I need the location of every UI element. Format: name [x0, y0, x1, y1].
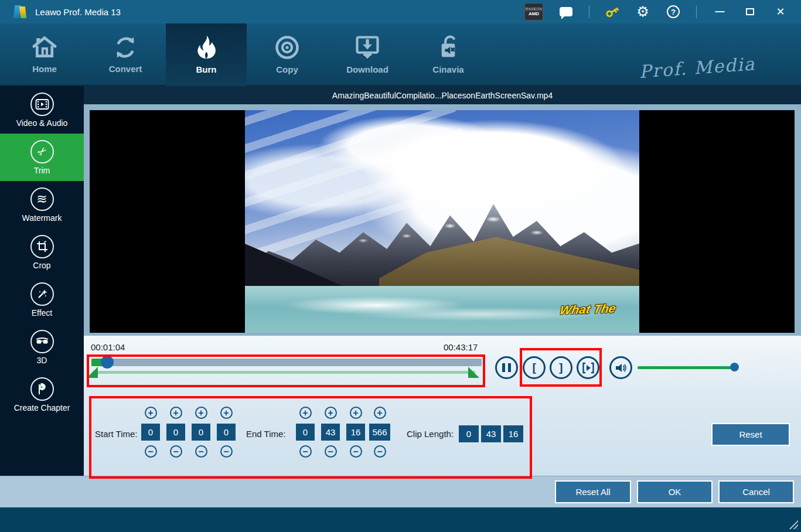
titlebar-divider [696, 5, 697, 18]
app-window: Leawo Prof. Media 13 RADEON AMD ⚙ ? — [0, 0, 801, 532]
pause-icon [502, 363, 511, 372]
start-hours-spinner: + 0 − [139, 407, 162, 458]
video-preview: What The [245, 110, 639, 333]
tab-cinavia[interactable]: Cinavia [408, 23, 489, 86]
3d-glasses-icon [30, 330, 54, 353]
tab-download[interactable]: Download [327, 23, 408, 86]
minimize-button[interactable]: — [712, 4, 727, 19]
resize-grip[interactable] [788, 519, 798, 529]
bracket-close-icon: ] [557, 361, 564, 375]
sidebar-item-create-chapter[interactable]: Create Chapter [0, 371, 84, 418]
home-icon [32, 36, 57, 59]
start-seconds-value[interactable]: 0 [191, 423, 211, 441]
prof-media-brand: Prof. Media [609, 52, 786, 84]
start-ms-value[interactable]: 0 [216, 423, 236, 441]
increment-button[interactable]: + [220, 407, 233, 419]
reset-button[interactable]: Reset [711, 423, 790, 446]
decrement-button[interactable]: − [145, 445, 157, 458]
convert-icon [113, 36, 138, 59]
scissors-icon: ✂ [30, 140, 54, 163]
sidebar-item-crop[interactable]: Crop [0, 229, 84, 276]
reset-all-button[interactable]: Reset All [555, 480, 631, 503]
bracket-open-icon: [ [530, 361, 537, 375]
end-ms-spinner: + 566 − [369, 407, 391, 458]
speaker-icon [615, 362, 628, 374]
start-minutes-value[interactable]: 0 [166, 423, 186, 441]
sidebar-item-watermark[interactable]: ≋ Watermark [0, 181, 84, 229]
increment-button[interactable]: + [374, 407, 386, 419]
sidebar: Video & Audio ✂ Trim ≋ Watermark Crop [0, 86, 84, 476]
window-title: Leawo Prof. Media 13 [35, 7, 121, 17]
increment-button[interactable]: + [170, 407, 182, 419]
register-key-icon[interactable] [605, 4, 620, 19]
clip-minutes-value: 43 [480, 425, 502, 443]
decrement-button[interactable]: − [350, 445, 362, 458]
play-clip-button[interactable] [577, 356, 599, 379]
start-minutes-spinner: + 0 − [165, 407, 187, 458]
maximize-button[interactable] [742, 4, 758, 19]
clip-seconds-value: 16 [503, 425, 524, 443]
cancel-button[interactable]: Cancel [718, 480, 794, 503]
preview-frame: What The [84, 104, 801, 336]
playback-progress-knob[interactable] [101, 356, 114, 369]
decrement-button[interactable]: − [374, 445, 386, 458]
cinavia-lock-icon [437, 35, 460, 60]
sidebar-item-trim[interactable]: ✂ Trim [0, 134, 84, 181]
tab-convert[interactable]: Convert [85, 23, 166, 86]
set-start-button[interactable]: [ [523, 356, 546, 379]
increment-button[interactable]: + [325, 407, 337, 419]
start-seconds-spinner: + 0 − [190, 407, 212, 458]
increment-button[interactable]: + [195, 407, 207, 419]
clip-length-label: Clip Length: [407, 429, 454, 439]
amd-radeon-badge-icon: RADEON AMD [524, 3, 543, 21]
set-end-button[interactable]: ] [550, 356, 572, 379]
watermark-waves-icon: ≋ [30, 187, 54, 211]
end-seconds-spinner: + 16 − [345, 407, 367, 458]
decrement-button[interactable]: − [299, 445, 312, 458]
decrement-button[interactable]: − [170, 445, 182, 458]
sidebar-item-effect[interactable]: Effect [0, 276, 84, 323]
download-icon [355, 35, 380, 60]
decrement-button[interactable]: − [220, 445, 233, 458]
burn-flame-icon [195, 35, 218, 60]
tab-copy[interactable]: Copy [247, 23, 328, 86]
titlebar: Leawo Prof. Media 13 RADEON AMD ⚙ ? — [0, 0, 801, 23]
start-hours-value[interactable]: 0 [141, 423, 161, 441]
video-filename: AmazingBeautifulCompilatio...PlacesonEar… [84, 86, 801, 104]
feedback-chat-icon[interactable] [558, 4, 574, 19]
settings-gear-icon[interactable]: ⚙ [635, 4, 650, 19]
end-hours-value[interactable]: 0 [295, 423, 315, 441]
end-time-label: End Time: [246, 429, 286, 439]
volume-slider-knob[interactable] [730, 363, 739, 371]
playback-progress-track[interactable] [91, 359, 482, 366]
crop-icon [30, 235, 54, 258]
increment-button[interactable]: + [350, 407, 362, 419]
close-button[interactable]: ✕ [773, 4, 788, 19]
start-ms-spinner: + 0 − [215, 407, 237, 458]
volume-button[interactable] [609, 356, 632, 379]
increment-button[interactable]: + [145, 407, 157, 419]
end-minutes-value[interactable]: 43 [321, 423, 340, 441]
tab-burn[interactable]: Burn [166, 23, 247, 86]
end-ms-value[interactable]: 566 [369, 423, 391, 441]
disc-copy-icon [275, 35, 299, 60]
volume-slider-track[interactable] [638, 366, 738, 369]
status-footer [0, 507, 801, 532]
help-icon[interactable]: ? [666, 4, 681, 19]
increment-button[interactable]: + [299, 407, 312, 419]
video-watermark-text: What The [558, 301, 617, 317]
leawo-logo-icon [13, 4, 28, 19]
ok-button[interactable]: OK [637, 480, 713, 503]
tab-home[interactable]: Home [4, 23, 85, 86]
decrement-button[interactable]: − [325, 445, 337, 458]
clip-hours-value: 0 [458, 425, 479, 443]
effect-wand-icon [30, 282, 54, 306]
trim-slider-track[interactable] [93, 371, 475, 374]
film-icon [30, 93, 54, 116]
decrement-button[interactable]: − [195, 445, 207, 458]
pause-button[interactable] [495, 356, 518, 379]
end-seconds-value[interactable]: 16 [346, 423, 366, 441]
sidebar-item-video-audio[interactable]: Video & Audio [0, 86, 84, 134]
sidebar-item-3d[interactable]: 3D [0, 323, 84, 371]
end-minutes-spinner: + 43 − [319, 407, 342, 458]
